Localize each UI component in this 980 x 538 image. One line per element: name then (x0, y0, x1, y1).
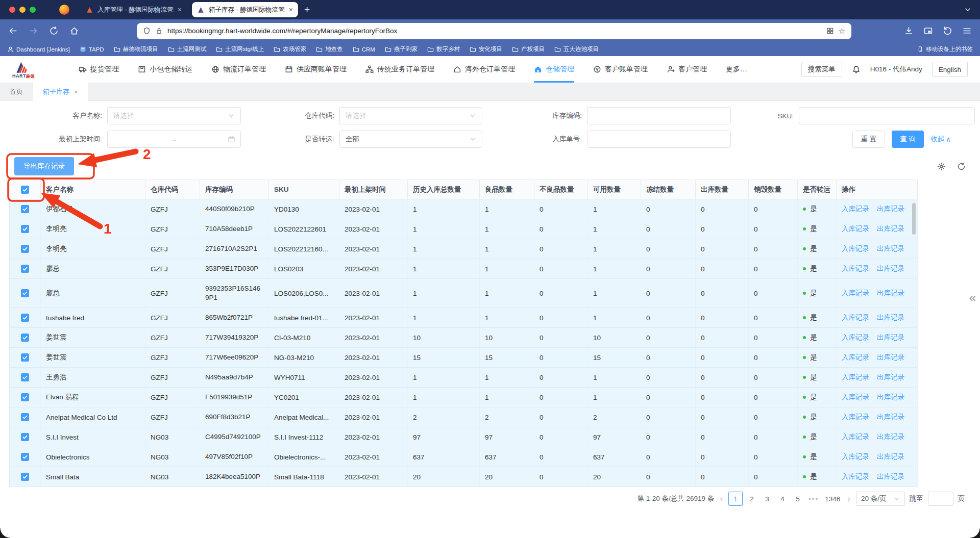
nav-item-supplier-bills[interactable]: 供应商账单管理 (285, 56, 347, 83)
bookmark-star-icon[interactable]: ☆ (839, 27, 845, 36)
bookmark-item[interactable]: CRM (353, 46, 375, 53)
url-text[interactable]: https://bookingmgr.hart-worldwide.com/#/… (167, 27, 397, 35)
close-window-button[interactable] (9, 7, 15, 13)
new-tab-button[interactable]: + (304, 4, 310, 15)
home-icon[interactable] (69, 26, 79, 36)
bookmark-item[interactable]: 农场管家 (274, 45, 306, 53)
row-checkbox[interactable] (21, 473, 29, 481)
row-action-link[interactable]: 入库记录 (842, 353, 869, 361)
row-action-link[interactable]: 出库记录 (877, 473, 904, 480)
row-action-link[interactable]: 入库记录 (842, 225, 869, 233)
row-action-link[interactable]: 出库记录 (877, 205, 904, 213)
pagination-page[interactable]: 5 (792, 492, 804, 506)
nav-item-customer-bills[interactable]: 客户账单管理 (593, 56, 648, 83)
row-action-link[interactable]: 入库记录 (842, 265, 869, 272)
row-action-link[interactable]: 入库记录 (842, 433, 869, 441)
bookmark-item[interactable]: 数字乡村 (427, 45, 460, 53)
collapse-filters-link[interactable]: 收起 ∧ (930, 135, 951, 144)
browser-tab-1[interactable]: 入库管理 - 赫德国际物流管理系统× (81, 2, 187, 17)
shield-icon[interactable] (143, 27, 151, 35)
nav-item-warehouse-mgmt[interactable]: 仓储管理 (534, 56, 574, 83)
row-action-link[interactable]: 入库记录 (842, 205, 869, 213)
bookmark-item[interactable]: 产权项目 (512, 45, 545, 53)
table-row[interactable]: 伊都石场GZFJ440S0f09b210PYD01302023-02-01110… (10, 199, 918, 219)
row-action-link[interactable]: 出库记录 (877, 245, 904, 252)
row-action-link[interactable]: 入库记录 (842, 289, 869, 297)
reset-button[interactable]: 重 置 (852, 131, 886, 148)
inventory-code-input[interactable] (587, 107, 731, 124)
bookmark-item[interactable]: 燕子到家 (385, 45, 418, 53)
url-bar[interactable]: https://bookingmgr.hart-worldwide.com/#/… (137, 23, 851, 39)
row-checkbox[interactable] (21, 205, 29, 213)
picture-in-picture-icon[interactable] (923, 26, 933, 36)
page-size-select[interactable]: 20 条/页 (856, 492, 905, 506)
is-transfer-select[interactable]: 全部 (339, 131, 482, 148)
row-action-link[interactable]: 入库记录 (842, 373, 869, 381)
tab-close-icon[interactable]: × (289, 6, 293, 14)
customer-select[interactable]: 请选择 (107, 107, 241, 124)
pagination-page[interactable]: 3 (761, 492, 773, 506)
row-action-link[interactable]: 出库记录 (877, 413, 904, 421)
table-row[interactable]: 姜世震GZFJ717W39419320PCI-03-M2102023-02-01… (10, 328, 918, 348)
page-tab-2[interactable]: 箱子库存× (33, 83, 88, 101)
forward-icon[interactable] (29, 26, 38, 36)
row-checkbox[interactable] (21, 334, 29, 342)
bookmark-item[interactable]: 安化项目 (470, 45, 502, 53)
minimize-window-button[interactable] (19, 7, 26, 13)
pagination-page[interactable]: 1346 (823, 492, 842, 506)
row-action-link[interactable]: 入库记录 (842, 245, 869, 252)
row-checkbox[interactable] (21, 245, 29, 253)
row-action-link[interactable]: 入库记录 (842, 393, 869, 401)
inbound-no-input[interactable] (587, 131, 731, 148)
nav-item-parcel-warehouse[interactable]: 小包仓储转运 (138, 56, 192, 83)
page-tab-1[interactable]: 首页 (0, 83, 33, 101)
row-action-link[interactable]: 出库记录 (877, 289, 904, 297)
user-name[interactable]: H016 - 代伟Andy (870, 65, 922, 74)
page-jump-input[interactable] (928, 492, 953, 506)
menu-icon[interactable] (962, 26, 972, 36)
row-action-link[interactable]: 入库记录 (842, 334, 869, 341)
shelf-time-range-picker[interactable]: → (107, 131, 241, 148)
row-checkbox[interactable] (21, 353, 29, 362)
vertical-scrollbar[interactable] (912, 203, 916, 235)
nav-item-traditional-orders[interactable]: 传统业务订单管理 (365, 56, 434, 83)
gear-icon[interactable] (937, 162, 946, 171)
table-row[interactable]: 李明亮GZFJ710A58deeb1PLOS20221226012023-02-… (10, 219, 918, 239)
tab-close-icon[interactable]: × (74, 88, 78, 96)
row-checkbox[interactable] (21, 289, 29, 297)
row-checkbox[interactable] (21, 453, 29, 461)
table-row[interactable]: S.I.I InvestNG03C4995d7492100PS.I.I Inve… (10, 427, 918, 447)
table-row[interactable]: Small BataNG03182K4beea5100PSmall Bata-1… (10, 467, 918, 487)
row-action-link[interactable]: 出库记录 (877, 453, 904, 460)
prev-page-arrow[interactable]: ‹ (719, 494, 724, 504)
nav-item-customer-mgmt[interactable]: 客户管理 (667, 56, 707, 83)
table-row[interactable]: tushabe fredGZFJ865Wb2f0721Ptushabe fred… (10, 308, 918, 328)
row-checkbox[interactable] (21, 225, 29, 233)
row-action-link[interactable]: 出库记录 (877, 225, 904, 233)
hart-logo[interactable]: HART赫德 (12, 61, 35, 79)
tab-list-chevron-icon[interactable] (964, 6, 972, 14)
row-checkbox[interactable] (21, 433, 29, 441)
row-action-link[interactable]: 出库记录 (877, 334, 904, 341)
table-row[interactable]: 王勇浩GZFJN495aa9d7b4PWYH07112023-02-011101… (10, 368, 918, 388)
maximize-window-button[interactable] (30, 7, 36, 13)
back-icon[interactable] (8, 26, 18, 36)
row-action-link[interactable]: 入库记录 (842, 413, 869, 421)
nav-item-overseas-orders[interactable]: 海外仓订单管理 (453, 56, 515, 83)
nav-item-logistics-orders[interactable]: 物流订单管理 (211, 56, 266, 83)
table-row[interactable]: 姜世震GZFJ717W6ee09620PNG-03-M2102023-02-01… (10, 348, 918, 368)
warehouse-code-select[interactable]: 请选择 (339, 107, 482, 124)
download-icon[interactable] (904, 26, 914, 36)
reload-icon[interactable] (49, 26, 59, 36)
window-controls[interactable] (9, 7, 36, 13)
language-button[interactable]: English (932, 62, 968, 77)
bookmark-item[interactable]: 土流网stg/线上 (216, 45, 264, 53)
bookmark-item[interactable]: Dashboard [Jenkins] (7, 46, 70, 53)
search-menu-button[interactable]: 搜索菜单 (801, 62, 842, 77)
row-checkbox[interactable] (21, 373, 29, 381)
row-checkbox[interactable] (21, 314, 29, 322)
row-action-link[interactable]: 出库记录 (877, 373, 904, 381)
next-page-arrow[interactable]: › (846, 494, 851, 504)
bookmark-item[interactable]: TAPD (80, 46, 104, 53)
panel-collapse-handle[interactable]: « (969, 291, 976, 305)
